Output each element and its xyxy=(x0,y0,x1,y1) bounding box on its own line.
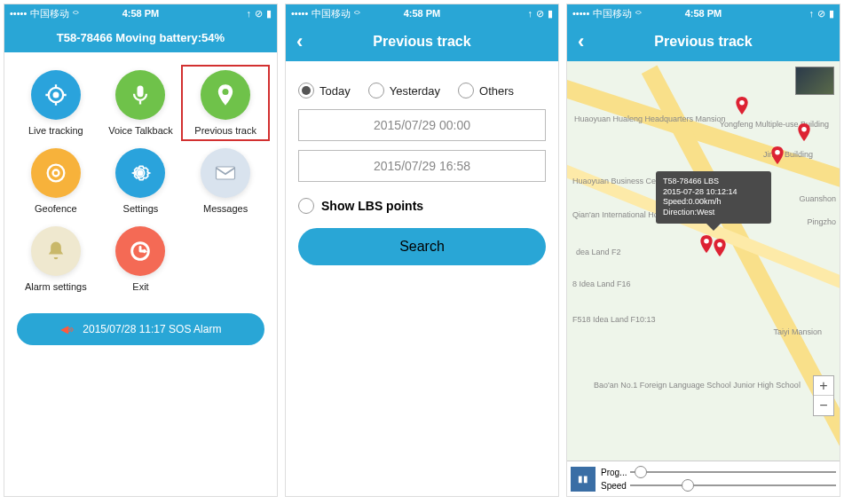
bell-icon xyxy=(31,226,81,276)
radio-yesterday[interactable]: Yesterday xyxy=(368,83,440,98)
radio-today[interactable]: Today xyxy=(298,83,351,98)
map-marker[interactable] xyxy=(736,97,748,114)
map-marker[interactable] xyxy=(771,146,784,164)
menu-settings[interactable]: Settings xyxy=(102,148,180,214)
exit-icon xyxy=(115,226,165,276)
home-title: T58-78466 Moving battery:54% xyxy=(4,22,277,52)
phone-screen-previous-track-form: ••••• 中国移动 ⌔ 4:58 PM ↑⊘▮ ‹ Previous trac… xyxy=(285,4,559,497)
progress-slider[interactable] xyxy=(630,471,836,473)
map-marker[interactable] xyxy=(700,235,713,253)
mail-icon xyxy=(201,148,250,198)
pause-button[interactable]: ▮▮ xyxy=(571,467,596,492)
lbs-label: Show LBS points xyxy=(321,199,423,213)
svg-point-6 xyxy=(138,170,144,177)
svg-point-4 xyxy=(47,165,64,182)
svg-point-3 xyxy=(223,89,229,95)
menu-exit[interactable]: Exit xyxy=(102,226,180,292)
svg-point-11 xyxy=(775,150,780,155)
date-from-input[interactable] xyxy=(298,109,546,141)
sos-alarm-bar[interactable]: ◀» 2015/07/28 11:17 SOS Alarm xyxy=(17,313,264,345)
target-icon xyxy=(31,70,81,120)
svg-point-12 xyxy=(704,239,709,244)
radio-others[interactable]: Others xyxy=(458,83,514,98)
zoom-in-button[interactable]: + xyxy=(814,376,833,396)
wifi-icon: ⌔ xyxy=(73,8,79,19)
phone-screen-map: ••••• 中国移动 ⌔ 4:58 PM ↑⊘▮ ‹ Previous trac… xyxy=(566,4,840,497)
menu-alarm-settings[interactable]: Alarm settings xyxy=(17,226,95,292)
fence-icon xyxy=(31,148,81,198)
svg-point-9 xyxy=(739,100,745,106)
map-marker[interactable] xyxy=(798,123,810,141)
marker-tooltip: T58-78466 LBS 2015-07-28 10:12:14 Speed:… xyxy=(656,171,771,224)
satellite-thumbnail[interactable] xyxy=(795,67,834,95)
map-marker[interactable] xyxy=(714,239,726,256)
status-bar: ••••• 中国移动 ⌔ 4:58 PM ↑⊘▮ xyxy=(567,4,840,22)
status-bar: ••••• 中国移动 ⌔ 4:58 PM ↑⊘▮ xyxy=(286,4,558,22)
speed-slider[interactable] xyxy=(630,484,836,486)
page-title: Previous track xyxy=(654,34,752,50)
back-button[interactable]: ‹ xyxy=(578,30,584,53)
status-bar: ••••• 中国移动 ⌔ 4:58 PM ↑⊘▮ xyxy=(4,4,277,22)
search-button[interactable]: Search xyxy=(298,228,546,265)
svg-point-5 xyxy=(52,170,59,177)
menu-previous-track[interactable]: Previous track xyxy=(181,65,270,141)
menu-messages[interactable]: Messages xyxy=(186,148,264,214)
lbs-checkbox[interactable] xyxy=(298,198,314,214)
pin-icon xyxy=(201,70,250,120)
svg-point-10 xyxy=(801,127,807,132)
back-button[interactable]: ‹ xyxy=(296,30,303,53)
phone-screen-home: ••••• 中国移动 ⌔ 4:58 PM ↑⊘▮ T58-78466 Movin… xyxy=(4,4,278,497)
gear-icon xyxy=(115,148,165,198)
speaker-icon: ◀» xyxy=(60,323,75,335)
svg-point-13 xyxy=(717,242,722,248)
svg-point-1 xyxy=(53,93,58,98)
map-view[interactable]: Huaoyuan Hualeng Headquarters Mansion Yo… xyxy=(567,61,840,461)
menu-voice-talkback[interactable]: Voice Talkback xyxy=(102,70,180,136)
zoom-controls: + − xyxy=(813,375,834,416)
zoom-out-button[interactable]: − xyxy=(814,396,833,415)
header: ‹ Previous track xyxy=(286,22,558,61)
header: ‹ Previous track xyxy=(567,22,840,61)
svg-rect-2 xyxy=(138,86,144,98)
date-to-input[interactable] xyxy=(298,150,546,182)
mic-icon xyxy=(115,70,165,120)
svg-rect-7 xyxy=(217,167,235,179)
page-title: Previous track xyxy=(373,34,470,50)
menu-geofence[interactable]: Geofence xyxy=(17,148,95,214)
menu-live-tracking[interactable]: Live tracking xyxy=(17,70,95,136)
playback-bar: ▮▮ Prog... Speed xyxy=(567,461,840,496)
